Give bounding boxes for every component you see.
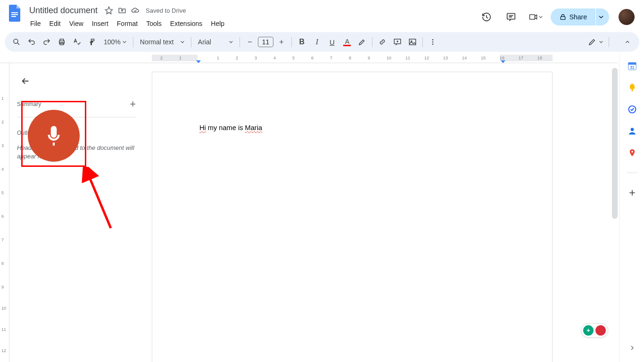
ruler-tick: 8 bbox=[1, 261, 4, 266]
menu-insert[interactable]: Insert bbox=[88, 18, 112, 29]
highlight-icon[interactable] bbox=[355, 35, 369, 49]
extension-widget[interactable] bbox=[581, 323, 608, 337]
ruler-tick: 11 bbox=[1, 327, 6, 332]
svg-point-21 bbox=[631, 151, 633, 153]
calendar-icon[interactable]: 31 bbox=[627, 60, 638, 72]
ruler-tick: 18 bbox=[537, 56, 542, 60]
bold-icon[interactable]: B bbox=[295, 35, 309, 49]
menu-edit[interactable]: Edit bbox=[46, 18, 65, 29]
outline-back-icon[interactable] bbox=[17, 73, 34, 90]
tasks-icon[interactable] bbox=[627, 104, 638, 115]
body-text-fragment: Hi bbox=[199, 124, 206, 132]
undo-icon[interactable] bbox=[25, 35, 39, 49]
increase-font-icon[interactable] bbox=[274, 35, 289, 49]
document-body[interactable]: Hi my name is Maria bbox=[152, 72, 552, 132]
vertical-ruler[interactable]: 1 2 3 4 5 6 7 8 9 10 11 12 bbox=[0, 63, 9, 362]
ruler-tick: 8 bbox=[349, 56, 351, 60]
svg-point-12 bbox=[432, 39, 434, 41]
search-menus-icon[interactable] bbox=[9, 35, 24, 49]
voice-typing-widget[interactable] bbox=[21, 103, 87, 169]
ruler-tick: 4 bbox=[1, 167, 4, 172]
get-addons-icon[interactable] bbox=[627, 187, 638, 198]
microphone-active-icon[interactable] bbox=[28, 110, 80, 162]
ruler-tick: 9 bbox=[1, 285, 4, 289]
spellcheck-icon[interactable] bbox=[70, 35, 84, 49]
italic-icon[interactable]: I bbox=[310, 35, 324, 49]
share-button[interactable]: Share bbox=[551, 8, 595, 25]
menu-tools[interactable]: Tools bbox=[142, 18, 165, 29]
document-page[interactable]: Hi my name is Maria bbox=[152, 72, 553, 362]
add-summary-icon[interactable]: + bbox=[130, 98, 136, 110]
horizontal-ruler[interactable]: 2 1 1 2 3 4 5 6 7 8 9 10 11 12 13 14 15 … bbox=[0, 54, 618, 63]
docs-logo[interactable] bbox=[6, 4, 25, 23]
insert-link-icon[interactable] bbox=[375, 35, 389, 49]
insert-image-icon[interactable] bbox=[405, 35, 420, 49]
ruler-tick: 17 bbox=[519, 56, 523, 60]
svg-rect-0 bbox=[11, 12, 18, 13]
redo-icon[interactable] bbox=[40, 35, 54, 49]
toolbar-container: 100% Normal text Arial 11 B I U A bbox=[0, 29, 644, 52]
cloud-saved-icon[interactable] bbox=[131, 6, 140, 15]
ruler-tick: 4 bbox=[273, 56, 276, 60]
workspace: 2 1 1 2 3 4 5 6 7 8 9 10 11 12 13 14 15 … bbox=[0, 54, 644, 362]
extension-badge-green[interactable] bbox=[583, 325, 594, 336]
add-comment-icon[interactable] bbox=[390, 35, 405, 49]
collapse-toolbar-icon[interactable] bbox=[620, 35, 635, 49]
svg-point-20 bbox=[630, 128, 634, 131]
contacts-icon[interactable] bbox=[627, 125, 638, 137]
editing-mode-button[interactable] bbox=[588, 35, 603, 49]
toolbar: 100% Normal text Arial 11 B I U A bbox=[5, 32, 639, 52]
decrease-font-icon[interactable] bbox=[243, 35, 257, 49]
account-avatar[interactable] bbox=[619, 9, 635, 25]
style-name: Normal text bbox=[140, 38, 174, 46]
title-area: Untitled document Saved to Drive File Ed… bbox=[26, 4, 477, 29]
paint-format-icon[interactable] bbox=[85, 35, 99, 49]
app-header: Untitled document Saved to Drive File Ed… bbox=[0, 0, 644, 29]
ruler-tick: 7 bbox=[330, 56, 332, 60]
document-title[interactable]: Untitled document bbox=[26, 5, 100, 16]
svg-text:31: 31 bbox=[630, 66, 635, 70]
comments-icon[interactable] bbox=[502, 8, 520, 26]
maps-icon[interactable] bbox=[627, 147, 638, 158]
keep-icon[interactable] bbox=[627, 82, 638, 93]
print-icon[interactable] bbox=[55, 35, 69, 49]
text-color-icon[interactable]: A bbox=[340, 35, 354, 49]
font-selector[interactable]: Arial bbox=[194, 35, 237, 49]
paragraph-style-selector[interactable]: Normal text bbox=[136, 35, 188, 49]
font-size-input[interactable]: 11 bbox=[258, 37, 274, 47]
hide-side-panel-icon[interactable] bbox=[624, 339, 641, 356]
ruler-tick: 2 bbox=[160, 56, 163, 60]
svg-rect-3 bbox=[507, 14, 515, 19]
underline-icon[interactable]: U bbox=[325, 35, 339, 49]
ruler-tick: 11 bbox=[405, 56, 410, 60]
menu-extensions[interactable]: Extensions bbox=[166, 18, 206, 29]
ruler-tick: 12 bbox=[1, 348, 6, 353]
ruler-tick: 2 bbox=[1, 120, 4, 124]
menu-help[interactable]: Help bbox=[207, 18, 228, 29]
zoom-selector[interactable]: 100% bbox=[100, 35, 130, 49]
move-icon[interactable] bbox=[117, 6, 127, 15]
ruler-tick: 6 bbox=[311, 56, 314, 60]
ruler-tick: 1 bbox=[1, 96, 4, 101]
ruler-tick: 1 bbox=[179, 56, 182, 60]
save-status: Saved to Drive bbox=[146, 7, 186, 14]
ruler-tick: 16 bbox=[500, 56, 504, 60]
ruler-tick: 14 bbox=[462, 56, 467, 60]
header-right: Share bbox=[477, 4, 638, 26]
history-icon[interactable] bbox=[477, 8, 496, 26]
lock-icon bbox=[559, 13, 567, 21]
vertical-scrollbar[interactable] bbox=[612, 68, 618, 219]
meet-icon[interactable] bbox=[526, 8, 545, 26]
star-icon[interactable] bbox=[104, 6, 114, 15]
side-panel: 31 bbox=[619, 54, 644, 362]
ruler-tick: 10 bbox=[1, 306, 6, 311]
ruler-tick: 3 bbox=[255, 56, 257, 60]
extension-badge-red[interactable] bbox=[595, 325, 606, 336]
more-tools-icon[interactable] bbox=[426, 35, 440, 49]
share-dropdown[interactable] bbox=[596, 8, 609, 25]
menu-file[interactable]: File bbox=[26, 18, 45, 29]
ruler-tick: 5 bbox=[292, 56, 295, 60]
svg-rect-2 bbox=[11, 16, 16, 17]
menu-format[interactable]: Format bbox=[113, 18, 141, 29]
menu-view[interactable]: View bbox=[66, 18, 87, 29]
